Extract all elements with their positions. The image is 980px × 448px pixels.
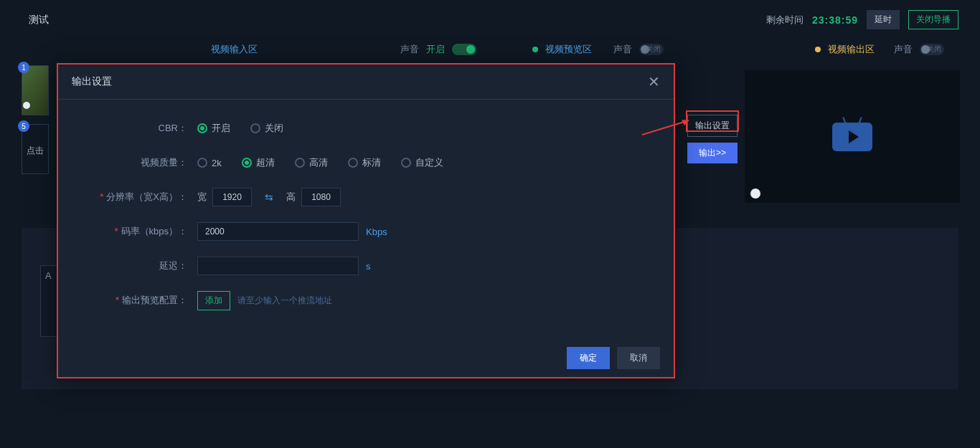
output-action-button[interactable]: 输出>> — [687, 143, 738, 163]
label-preview-config: *输出预览配置： — [86, 294, 197, 307]
radio-quality-hd[interactable]: 高清 — [295, 156, 328, 169]
page-title: 测试 — [29, 14, 49, 27]
stream-hint: 请至少输入一个推流地址 — [237, 295, 332, 307]
audio-label-input: 声音 — [400, 43, 419, 56]
status-dot-output — [815, 47, 821, 52]
width-label: 宽 — [197, 191, 207, 204]
play-icon — [832, 123, 872, 151]
delay-unit: s — [366, 261, 371, 272]
radio-quality-sd[interactable]: 标清 — [348, 156, 381, 169]
radio-quality-custom[interactable]: 自定义 — [401, 156, 443, 169]
audio-label-preview: 声音 — [613, 43, 632, 56]
close-director-button[interactable]: 关闭导播 — [908, 10, 958, 29]
bitrate-input[interactable] — [197, 222, 359, 241]
close-icon[interactable]: ✕ — [648, 73, 660, 90]
preview-slider-handle[interactable] — [750, 189, 760, 199]
add-stream-button[interactable]: 添加 — [197, 291, 230, 310]
tab-preview-area[interactable]: 视频预览区 — [545, 43, 592, 56]
bitrate-unit: Kbps — [366, 227, 387, 237]
audio-toggle-input[interactable] — [452, 44, 476, 55]
thumb-slider-1[interactable] — [23, 102, 30, 109]
output-settings-button[interactable]: 输出设置 — [687, 115, 738, 137]
thumb-badge-1: 1 — [18, 62, 29, 73]
label-video-quality: 视频质量： — [86, 156, 197, 169]
radio-quality-2k[interactable]: 2k — [197, 158, 222, 168]
height-input[interactable] — [301, 188, 341, 206]
thumbnail-1[interactable]: 1 — [22, 65, 49, 115]
swap-icon[interactable]: ⇆ — [252, 191, 286, 203]
radio-cbr-on[interactable]: 开启 — [197, 122, 230, 135]
tab-input-area[interactable]: 视频输入区 — [211, 43, 258, 56]
audio-on-label: 开启 — [426, 43, 445, 56]
delay-input[interactable] — [197, 257, 359, 275]
audio-toggle-output[interactable]: 关闭 — [920, 44, 944, 55]
audio-toggle-preview[interactable]: 关闭 — [639, 44, 664, 55]
modal-title: 输出设置 — [72, 75, 112, 88]
label-cbr: CBR： — [86, 122, 197, 135]
label-bitrate: *码率（kbps）： — [86, 225, 197, 238]
height-label: 高 — [286, 191, 296, 204]
output-preview-panel — [745, 70, 960, 203]
cancel-button[interactable]: 取消 — [617, 347, 660, 369]
tab-output-area[interactable]: 视频输出区 — [828, 43, 875, 56]
extend-time-button[interactable]: 延时 — [867, 10, 900, 29]
remaining-time-label: 剩余时间 — [766, 14, 804, 27]
radio-quality-uhd[interactable]: 超清 — [242, 156, 275, 169]
label-resolution: *分辨率（宽X高）： — [86, 191, 197, 204]
width-input[interactable] — [212, 188, 252, 206]
output-settings-modal: 输出设置 ✕ CBR： 开启 关闭 视频质量： 2k 超清 高清 — [57, 63, 675, 378]
status-dot-preview — [532, 47, 538, 52]
remaining-time-value: 23:38:59 — [812, 14, 858, 26]
thumb-badge-5: 5 — [18, 120, 29, 132]
label-delay: 延迟： — [86, 259, 197, 272]
audio-label-output: 声音 — [894, 43, 913, 56]
radio-cbr-off[interactable]: 关闭 — [250, 122, 283, 135]
thumbnail-5[interactable]: 5 点击 — [22, 124, 49, 174]
ok-button[interactable]: 确定 — [567, 347, 610, 369]
